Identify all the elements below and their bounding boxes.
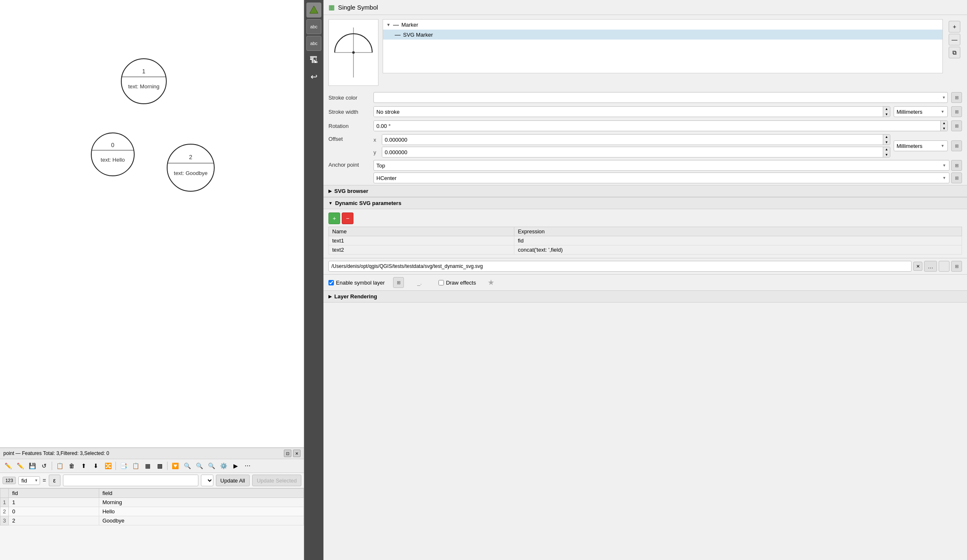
qgis-logo-button[interactable] (306, 2, 321, 18)
more-button[interactable]: ⋯ (242, 460, 253, 471)
offset-expr-button[interactable]: ⊞ (951, 140, 962, 151)
anchor-hcenter-select[interactable]: HCenter Left Right (373, 172, 949, 183)
offset-x-up[interactable]: ▲ (883, 134, 890, 140)
copy-button[interactable]: 📑 (118, 460, 129, 471)
fid-header[interactable]: fid (9, 489, 99, 498)
table-row[interactable]: 1 1 Morning (0, 498, 304, 507)
field-header[interactable]: field (99, 489, 303, 498)
duplicate-layer-button[interactable]: ⧉ (949, 47, 960, 58)
enable-symbol-layer-label[interactable]: Enable symbol layer (328, 280, 385, 286)
stroke-width-unit-select[interactable]: Millimeters Pixels Points (894, 106, 948, 117)
offset-y-input[interactable] (382, 147, 883, 157)
anchor-top-select[interactable]: Top Center Bottom (373, 160, 949, 171)
expression-input[interactable] (63, 475, 198, 486)
stroke-width-input[interactable] (374, 107, 883, 117)
layer-rendering-header[interactable]: ▶ Layer Rendering (323, 290, 967, 302)
update-all-button[interactable]: Update All (216, 475, 250, 486)
zoom-map-button[interactable]: 🔍 (206, 460, 217, 471)
select-invert-button[interactable]: ▩ (154, 460, 165, 471)
enable-layer-expr-button[interactable]: ⊞ (393, 277, 404, 288)
stroke-width-spinbox[interactable]: ▲ ▼ (373, 106, 890, 117)
map-canvas[interactable]: 1 text: Morning 0 text: Hello 2 text: Go… (0, 0, 304, 448)
rotation-input[interactable] (374, 121, 940, 131)
dyn-table-row[interactable]: text1 fid (329, 236, 962, 245)
draw-effects-label[interactable]: Draw effects (438, 280, 476, 286)
dyn-expr-cell: concat('text: ',field) (514, 245, 962, 255)
offset-x-spinbox[interactable]: ▲ ▼ (382, 134, 890, 145)
move-selection-bottom-button[interactable]: ⬇ (90, 460, 101, 471)
stroke-width-expr-button[interactable]: ⊞ (951, 106, 962, 117)
dyn-table-row[interactable]: text2 concat('text: ',field) (329, 245, 962, 255)
update-selected-button[interactable]: Update Selected (252, 475, 301, 486)
filepath-format-select[interactable] (939, 261, 949, 272)
map-point-0[interactable]: 0 text: Hello (91, 132, 135, 176)
table-row[interactable]: 2 0 Hello (0, 507, 304, 516)
filepath-input[interactable] (328, 261, 912, 272)
offset-unit-select[interactable]: Millimeters Pixels (894, 140, 948, 151)
field-select[interactable]: fid field (18, 476, 40, 485)
remove-layer-button[interactable]: — (949, 34, 960, 45)
save-button[interactable]: 💾 (27, 460, 38, 471)
expression-select[interactable] (201, 475, 213, 486)
filepath-browse-button[interactable]: … (924, 261, 937, 272)
restore-button[interactable]: ⊡ (284, 450, 291, 457)
label-tool-button[interactable]: abc (306, 19, 321, 34)
offset-y-spinbox[interactable]: ▲ ▼ (382, 147, 890, 158)
anchor-hcenter-expr-button[interactable]: ⊞ (951, 172, 962, 183)
enable-symbol-layer-checkbox[interactable] (328, 280, 334, 285)
dynamic-svg-add-button[interactable]: + (328, 212, 340, 224)
anchor-hcenter-wrapper[interactable]: HCenter Left Right (373, 172, 949, 183)
filepath-expr-button[interactable]: ⊞ (951, 261, 962, 272)
data-table[interactable]: fid field 1 1 Morning 2 0 Hello 3 2 Good… (0, 488, 304, 560)
filter-button[interactable]: 🔽 (170, 460, 180, 471)
draw-effects-checkbox[interactable] (438, 280, 444, 285)
map-point-2[interactable]: 2 text: Goodbye (167, 144, 215, 192)
dynamic-svg-remove-button[interactable]: − (342, 212, 353, 224)
dynamic-svg-chevron: ▼ (328, 201, 333, 205)
zoom-to-button[interactable]: 🔍 (182, 460, 193, 471)
select-all-button[interactable]: ▦ (142, 460, 153, 471)
stroke-width-up[interactable]: ▲ (883, 106, 890, 112)
label-tool2-button[interactable]: abc (306, 36, 321, 51)
rotation-spinbox[interactable]: ▲ ▼ (373, 120, 948, 131)
anchor-top-wrapper[interactable]: Top Center Bottom (373, 160, 949, 171)
stroke-color-expr-button[interactable]: ⊞ (951, 92, 962, 103)
add-record-button[interactable]: 📋 (54, 460, 65, 471)
rotation-up[interactable]: ▲ (941, 120, 947, 126)
paste-button[interactable]: 📋 (130, 460, 141, 471)
rule-tool-button[interactable]: 🏗 (306, 52, 321, 68)
edit-field-button[interactable]: ✏️ (15, 460, 25, 471)
offset-unit-wrapper[interactable]: Millimeters Pixels (894, 140, 948, 151)
close-button[interactable]: ✕ (293, 450, 301, 457)
add-layer-button[interactable]: + (949, 21, 960, 32)
svg-browser-header[interactable]: ▶ SVG browser (323, 185, 967, 197)
organize-columns-button[interactable]: ⚙️ (218, 460, 229, 471)
dynamic-svg-header[interactable]: ▼ Dynamic SVG parameters (323, 197, 967, 209)
anchor-top-expr-button[interactable]: ⊞ (951, 160, 962, 171)
symbol-tree[interactable]: ▼ — Marker — SVG Marker (383, 19, 943, 73)
stroke-color-swatch[interactable]: ▼ (373, 92, 948, 103)
edit-toggle-button[interactable]: ✏️ (3, 460, 13, 471)
stroke-width-unit-wrapper[interactable]: Millimeters Pixels Points (894, 106, 948, 117)
undo-button[interactable]: ↺ (39, 460, 50, 471)
rotation-expr-button[interactable]: ⊞ (951, 120, 962, 131)
table-row[interactable]: 3 2 Goodbye (0, 516, 304, 525)
map-point-1[interactable]: 1 text: Morning (121, 58, 167, 104)
deselect-button[interactable]: 🔀 (103, 460, 113, 471)
field-select-wrapper[interactable]: fid field (18, 476, 40, 485)
offset-y-down[interactable]: ▼ (883, 152, 890, 158)
delete-record-button[interactable]: 🗑 (66, 460, 77, 471)
move-selection-top-button[interactable]: ⬆ (78, 460, 89, 471)
offset-y-up[interactable]: ▲ (883, 147, 890, 152)
tree-item-svg-marker[interactable]: — SVG Marker (383, 30, 942, 40)
epsilon-button[interactable]: ε (49, 475, 60, 486)
back-button[interactable]: ↩ (306, 69, 321, 84)
rotation-down[interactable]: ▼ (941, 126, 947, 131)
pan-to-button[interactable]: 🔍 (194, 460, 205, 471)
offset-x-down[interactable]: ▼ (883, 140, 890, 145)
actions-button[interactable]: ▶ (230, 460, 241, 471)
tree-item-marker[interactable]: ▼ — Marker (383, 20, 942, 30)
offset-x-input[interactable] (382, 135, 883, 145)
filepath-clear-button[interactable]: ✕ (913, 262, 922, 271)
stroke-width-down[interactable]: ▼ (883, 112, 890, 117)
